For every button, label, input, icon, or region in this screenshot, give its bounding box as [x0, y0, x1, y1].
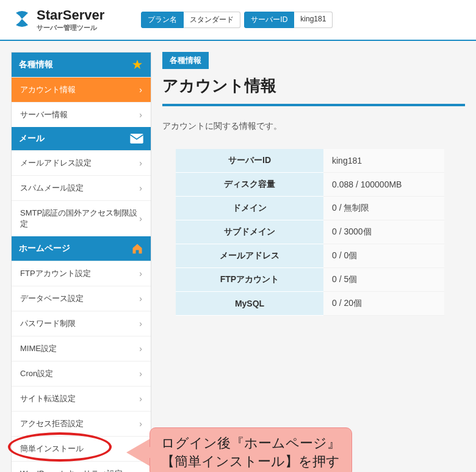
server-id-value: king181 [294, 12, 333, 28]
sidebar-item-label: SMTP認証の国外アクセス制限設定 [20, 208, 139, 230]
sidebar-item[interactable]: サイト転送設定› [12, 386, 151, 411]
sidebar-item-label: FTPアカウント設定 [20, 268, 91, 279]
annotation-line2: 【簡単インストール】を押す [161, 454, 340, 469]
header-badges: プラン名 スタンダード サーバーID king181 [141, 12, 333, 28]
chevron-right-icon: › [139, 158, 142, 168]
chevron-right-icon: › [139, 269, 142, 278]
sidebar-item-label: WordPressセキュリティ設定 [20, 468, 123, 472]
sidebar-item-label: パスワード制限 [20, 318, 76, 329]
sidebar-item[interactable]: MIME設定› [12, 336, 151, 361]
sidebar-item-label: アカウント情報 [20, 84, 76, 95]
annotation-text: ログイン後『ホームページ』 【簡単インストール】を押す [150, 427, 352, 472]
logo-text-main: StarServer [37, 7, 104, 23]
table-value: 0 / 0個 [323, 244, 444, 268]
sidebar-item[interactable]: パスワード制限› [12, 311, 151, 336]
table-label: ドメイン [176, 197, 323, 220]
table-row: FTPアカウント0 / 5個 [176, 268, 444, 292]
star-icon [131, 59, 143, 71]
chevron-right-icon: › [139, 214, 142, 223]
arrow-icon [126, 439, 150, 466]
sidebar-item-label: スパムメール設定 [20, 183, 84, 194]
sidebar-item[interactable]: Cron設定› [12, 361, 151, 386]
sidebar-item[interactable]: サーバー情報› [12, 102, 151, 127]
sidebar-item-label: アクセス拒否設定 [20, 418, 84, 429]
table-label: MySQL [176, 292, 323, 316]
sidebar-section-title: 各種情報 [19, 59, 53, 70]
table-row: メールアドレス0 / 0個 [176, 244, 444, 268]
sidebar-item-label: データベース設定 [20, 293, 84, 304]
table-row: MySQL0 / 20個 [176, 292, 444, 316]
annotation-line1: ログイン後『ホームページ』 [161, 435, 341, 451]
table-value: 0 / 無制限 [323, 197, 444, 220]
sidebar-item-label: MIME設定 [20, 343, 57, 354]
table-value: king181 [323, 149, 444, 173]
plan-value: スタンダード [184, 12, 240, 28]
logo-icon [12, 9, 32, 31]
chevron-right-icon: › [139, 85, 142, 95]
chevron-right-icon: › [139, 294, 142, 303]
table-label: サブドメイン [176, 220, 323, 244]
table-label: メールアドレス [176, 244, 323, 268]
table-row: サーバーIDking181 [176, 149, 444, 173]
logo-area: StarServer サーバー管理ツール [12, 7, 104, 32]
content-header: 各種情報 アカウント情報 [162, 52, 465, 106]
sidebar-item[interactable]: SMTP認証の国外アクセス制限設定› [12, 200, 151, 236]
chevron-right-icon: › [139, 344, 142, 354]
table-value: 0.088 / 100000MB [323, 173, 444, 197]
sidebar-item-label: サーバー情報 [20, 109, 68, 120]
table-value: 0 / 5個 [323, 268, 444, 292]
table-row: ドメイン0 / 無制限 [176, 197, 444, 220]
app-header: StarServer サーバー管理ツール プラン名 スタンダード サーバーID … [0, 0, 476, 41]
sidebar-item-label: メールアドレス設定 [20, 158, 92, 169]
sidebar-item-label: Cron設定 [20, 368, 53, 379]
chevron-right-icon: › [139, 110, 142, 120]
chevron-right-icon: › [139, 319, 142, 329]
table-row: ディスク容量0.088 / 100000MB [176, 173, 444, 197]
table-label: サーバーID [176, 149, 323, 173]
sidebar-section-title: メール [19, 133, 45, 144]
table-value: 0 / 20個 [323, 292, 444, 316]
sidebar-section-header: 各種情報 [12, 53, 151, 77]
sidebar-section-header: メール [12, 127, 151, 150]
table-value: 0 / 3000個 [323, 220, 444, 244]
sidebar: 各種情報アカウント情報›サーバー情報›メールメールアドレス設定›スパムメール設定… [11, 52, 151, 472]
table-row: サブドメイン0 / 3000個 [176, 220, 444, 244]
sidebar-item[interactable]: アカウント情報› [12, 77, 151, 102]
table-label: ディスク容量 [176, 173, 323, 197]
sidebar-item[interactable]: スパムメール設定› [12, 175, 151, 200]
logo-text-sub: サーバー管理ツール [37, 23, 104, 32]
page-description: アカウントに関する情報です。 [162, 121, 465, 132]
sidebar-item[interactable]: FTPアカウント設定› [12, 261, 151, 286]
table-label: FTPアカウント [176, 268, 323, 292]
annotation-callout: ログイン後『ホームページ』 【簡単インストール】を押す [126, 427, 352, 472]
content-category-badge: 各種情報 [162, 52, 209, 69]
sidebar-item-label: 簡単インストール [20, 443, 84, 454]
mail-icon [130, 134, 143, 143]
page-title: アカウント情報 [162, 75, 465, 96]
title-divider [162, 104, 465, 106]
server-id-label: サーバーID [244, 12, 294, 28]
sidebar-item[interactable]: メールアドレス設定› [12, 150, 151, 175]
plan-badge: プラン名 スタンダード [141, 12, 240, 28]
home-icon [131, 242, 143, 255]
chevron-right-icon: › [139, 183, 142, 193]
server-id-badge: サーバーID king181 [244, 12, 333, 28]
main-content: 各種情報 アカウント情報 アカウントに関する情報です。 サーバーIDking18… [162, 52, 465, 472]
sidebar-section-header: ホームページ [12, 236, 151, 261]
sidebar-section-title: ホームページ [19, 243, 70, 254]
sidebar-item-label: サイト転送設定 [20, 393, 76, 404]
sidebar-item[interactable]: データベース設定› [12, 286, 151, 311]
plan-label: プラン名 [141, 12, 184, 28]
chevron-right-icon: › [139, 369, 142, 379]
account-info-table: サーバーIDking181ディスク容量0.088 / 100000MBドメイン0… [176, 149, 444, 316]
chevron-right-icon: › [139, 394, 142, 404]
